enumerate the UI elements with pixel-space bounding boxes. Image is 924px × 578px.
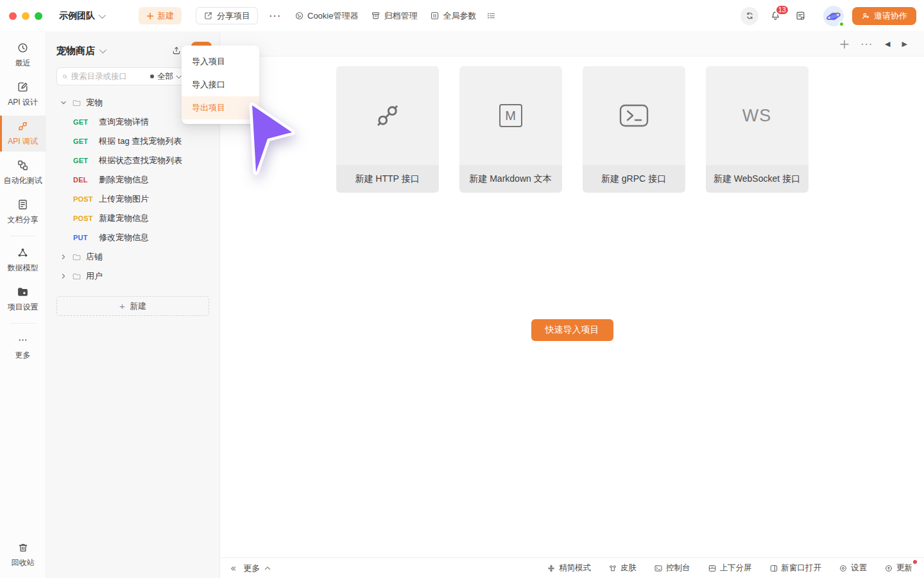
toolbar-more-button[interactable]: ··· — [270, 11, 282, 21]
project-selector[interactable]: 宠物商店 — [56, 45, 105, 57]
tree-api-row[interactable]: PUT 修改宠物信息 — [46, 228, 219, 247]
minimize-button[interactable] — [22, 12, 30, 20]
tree-api-row[interactable]: POST 上传宠物图片 — [46, 189, 219, 209]
update-icon — [884, 564, 893, 573]
titlebar-right: 13 邀请协作 — [740, 6, 916, 26]
filter-dot-icon — [150, 74, 154, 78]
left-rail: 最近 API 设计 API 调试 自动化测试 文档分享 数据模型 项目设置 — [0, 32, 46, 578]
skin-button[interactable]: 皮肤 — [608, 563, 637, 574]
status-bar: « 更多 精简模式 皮肤 控制台 — [220, 557, 924, 578]
rail-item-api-design[interactable]: API 设计 — [0, 76, 46, 112]
tree-api-row[interactable]: DEL 删除宠物信息 — [46, 170, 219, 189]
changelog-button[interactable] — [792, 8, 809, 24]
export-icon — [171, 46, 182, 56]
cookie-manager-button[interactable]: Cookie管理器 — [295, 10, 358, 22]
nav-forward-button[interactable]: ▶ — [902, 40, 907, 48]
rail-item-recent[interactable]: 最近 — [0, 37, 46, 73]
titlebar: 示例团队 新建 分享项目 ··· Cookie管理器 归档管理 全局参数 13 — [0, 0, 924, 32]
tab-more-button[interactable]: ··· — [861, 39, 873, 49]
rail-item-doc-share[interactable]: 文档分享 — [0, 194, 46, 230]
chevron-down-icon — [99, 46, 107, 53]
card-new-markdown[interactable]: M 新建 Markdown 文本 — [459, 66, 562, 193]
statusbar-more-button[interactable]: 更多 — [243, 563, 271, 574]
chevron-down-icon — [99, 11, 106, 18]
markdown-letter-icon: M — [499, 104, 522, 127]
trash-icon — [17, 542, 29, 554]
rail-item-api-debug[interactable]: API 调试 — [0, 116, 46, 152]
tree-api-row[interactable]: GET 根据 tag 查找宠物列表 — [46, 132, 219, 151]
api-debug-icon — [17, 120, 29, 132]
rail-item-data-model[interactable]: 数据模型 — [0, 242, 46, 278]
chevron-down-icon — [59, 100, 68, 106]
close-button[interactable] — [9, 12, 17, 20]
tree-api-row[interactable]: GET 根据状态查找宠物列表 — [46, 151, 219, 170]
invite-person-icon — [861, 12, 870, 21]
console-icon — [654, 564, 663, 573]
share-icon — [203, 11, 213, 21]
search-input[interactable] — [71, 72, 149, 81]
invite-collaborate-button[interactable]: 邀请协作 — [852, 7, 916, 25]
folder-icon — [72, 252, 81, 262]
settings-icon — [839, 564, 848, 573]
compact-mode-icon — [547, 564, 556, 573]
zoom-button[interactable] — [35, 12, 42, 20]
search-filter-select[interactable]: 全部 — [149, 71, 180, 82]
tab-strip: ··· ◀ ▶ — [220, 32, 924, 57]
import-export-dropdown: 导入项目 导入接口 导出项目 — [182, 46, 259, 124]
menu-item-import-project[interactable]: 导入项目 — [182, 50, 259, 73]
tree-folder-shop[interactable]: 店铺 — [46, 247, 219, 267]
new-button[interactable]: 新建 — [139, 7, 182, 24]
global-params-icon — [430, 11, 440, 21]
archive-manager-button[interactable]: 归档管理 — [371, 10, 417, 22]
open-new-window-button[interactable]: 新窗口打开 — [769, 563, 822, 574]
collapse-sidebar-button[interactable]: « — [230, 563, 236, 574]
split-screen-button[interactable]: 上下分屏 — [708, 563, 752, 574]
team-selector[interactable]: 示例团队 — [59, 10, 104, 22]
rail-item-more[interactable]: 更多 — [0, 329, 46, 365]
rail-divider — [10, 323, 35, 324]
share-project-button[interactable]: 分享项目 — [196, 7, 258, 24]
add-tab-button[interactable] — [839, 39, 850, 49]
more-icon — [17, 334, 29, 346]
api-design-icon — [17, 81, 29, 93]
console-button[interactable]: 控制台 — [654, 563, 690, 574]
sync-icon — [745, 11, 755, 21]
main-content: 新建 HTTP 接口 M 新建 Markdown 文本 新建 gRPC 接口 — [220, 57, 924, 557]
tree-folder-users[interactable]: 用户 — [46, 267, 219, 286]
notifications-button[interactable]: 13 — [767, 8, 783, 24]
panel-list-button[interactable] — [486, 11, 496, 21]
nav-back-button[interactable]: ◀ — [885, 40, 890, 48]
team-name: 示例团队 — [59, 10, 95, 22]
compact-mode-button[interactable]: 精简模式 — [547, 563, 591, 574]
folder-icon — [72, 272, 81, 281]
settings-button[interactable]: 设置 — [839, 563, 867, 574]
plus-icon: + — [119, 301, 125, 311]
tree-api-row[interactable]: POST 新建宠物信息 — [46, 209, 219, 228]
plus-icon — [839, 39, 850, 49]
history-icon — [17, 42, 29, 54]
card-new-grpc[interactable]: 新建 gRPC 接口 — [583, 66, 685, 193]
window-controls — [9, 12, 42, 20]
rail-item-trash[interactable]: 回收站 — [0, 537, 46, 573]
update-available-dot — [913, 560, 917, 564]
project-name: 宠物商店 — [56, 45, 95, 57]
menu-item-import-api[interactable]: 导入接口 — [182, 73, 259, 96]
avatar[interactable] — [823, 6, 844, 26]
rail-item-automation-test[interactable]: 自动化测试 — [0, 155, 46, 191]
chevron-right-icon — [59, 254, 68, 260]
search-icon — [62, 73, 68, 81]
rail-item-project-settings[interactable]: 项目设置 — [0, 281, 46, 317]
tshirt-icon — [608, 564, 617, 573]
update-button[interactable]: 更新 — [884, 563, 912, 574]
quick-import-button[interactable]: 快速导入项目 — [531, 319, 613, 341]
menu-item-export-project[interactable]: 导出项目 — [182, 96, 259, 119]
automation-icon — [17, 159, 29, 171]
split-screen-icon — [708, 564, 717, 573]
global-params-button[interactable]: 全局参数 — [430, 10, 476, 22]
card-new-http-api[interactable]: 新建 HTTP 接口 — [336, 66, 439, 193]
cookie-icon — [295, 11, 304, 21]
search-box[interactable]: 全部 — [56, 67, 186, 85]
tree-new-button[interactable]: + 新建 — [56, 296, 209, 316]
card-new-websocket[interactable]: WS 新建 WebSocket 接口 — [706, 66, 809, 193]
sync-button[interactable] — [740, 7, 758, 25]
